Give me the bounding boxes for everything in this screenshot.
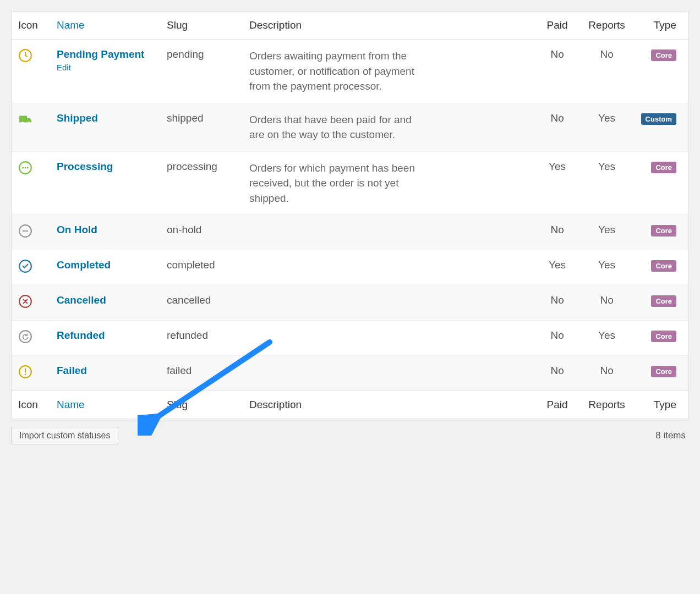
col-header-type: Type [635,12,688,40]
col-header-paid: Paid [535,12,579,40]
table-row: ShippedshippedOrders that have been paid… [12,103,688,151]
status-description: Orders awaiting payment from the custome… [243,40,535,103]
col-footer-name[interactable]: Name [50,391,160,419]
status-paid: No [535,103,579,151]
table-row: CancelledcancelledNoNoCore [12,285,688,321]
table-row: Pending PaymentEditpendingOrders awaitin… [12,40,688,103]
status-reports: Yes [579,321,635,356]
status-name-link[interactable]: Processing [57,161,113,172]
x-icon [12,285,50,321]
status-paid: Yes [535,250,579,285]
refund-icon [12,321,50,356]
status-name-cell: Processing [50,151,160,215]
clock-icon [12,40,50,103]
status-name-link[interactable]: Pending Payment [57,48,144,60]
table-row: On Holdon-holdNoYesCore [12,215,688,250]
table-footer-row: Icon Name Slug Description Paid Reports … [12,391,688,419]
col-header-description: Description [243,12,535,40]
status-name-cell: Cancelled [50,285,160,321]
svg-point-5 [22,167,24,168]
status-reports: Yes [579,250,635,285]
status-name-cell: Pending PaymentEdit [50,40,160,103]
table-row: FailedfailedNoNoCore [12,356,688,391]
status-type: Core [635,285,688,321]
status-description: Orders for which payment has been receiv… [243,151,535,215]
col-header-name[interactable]: Name [50,12,160,40]
svg-point-2 [21,122,23,124]
status-description [243,215,535,250]
status-slug: on-hold [160,215,243,250]
type-badge-core: Core [651,50,676,61]
status-table: Icon Name Slug Description Paid Reports … [12,12,688,419]
status-name-link[interactable]: Completed [57,259,111,271]
exclaim-icon [12,356,50,391]
status-name-link[interactable]: Failed [57,365,87,376]
status-name-cell: Failed [50,356,160,391]
status-table-container: Icon Name Slug Description Paid Reports … [11,11,689,419]
col-header-icon: Icon [12,12,50,40]
col-footer-type: Type [635,391,688,419]
status-reports: No [579,356,635,391]
status-slug: refunded [160,321,243,356]
status-name-cell: Completed [50,250,160,285]
col-header-reports: Reports [579,12,635,40]
status-type: Core [635,250,688,285]
edit-action[interactable]: Edit [57,63,154,72]
tablenav-bottom: Import custom statuses 8 items [11,419,689,444]
table-row: ProcessingprocessingOrders for which pay… [12,151,688,215]
status-paid: No [535,40,579,103]
table-header-row: Icon Name Slug Description Paid Reports … [12,12,688,40]
svg-rect-1 [19,116,27,122]
status-type: Core [635,321,688,356]
type-badge-core: Core [651,260,676,272]
svg-point-12 [19,331,31,343]
col-footer-icon: Icon [12,391,50,419]
items-count: 8 items [655,430,686,441]
status-reports: No [579,40,635,103]
svg-point-15 [25,374,26,376]
check-icon [12,250,50,285]
status-slug: completed [160,250,243,285]
status-name-link[interactable]: Shipped [57,112,98,124]
type-badge-core: Core [651,331,676,342]
status-slug: failed [160,356,243,391]
status-slug: shipped [160,103,243,151]
svg-point-7 [27,167,29,168]
type-badge-core: Core [651,162,676,173]
minus-icon [12,215,50,250]
status-paid: No [535,356,579,391]
status-description [243,285,535,321]
status-type: Custom [635,103,688,151]
table-row: RefundedrefundedNoYesCore [12,321,688,356]
status-description: Orders that have been paid for and are o… [243,103,535,151]
status-description [243,250,535,285]
status-type: Core [635,40,688,103]
status-reports: Yes [579,103,635,151]
status-description [243,321,535,356]
status-description [243,356,535,391]
truck-icon [12,103,50,151]
status-name-link[interactable]: Cancelled [57,294,106,306]
status-slug: cancelled [160,285,243,321]
status-type: Core [635,356,688,391]
col-footer-description: Description [243,391,535,419]
col-footer-paid: Paid [535,391,579,419]
status-name-link[interactable]: Refunded [57,329,105,341]
status-paid: No [535,321,579,356]
status-slug: pending [160,40,243,103]
type-badge-core: Core [651,225,676,237]
status-name-cell: Shipped [50,103,160,151]
status-name-cell: On Hold [50,215,160,250]
status-name-link[interactable]: On Hold [57,224,97,235]
col-footer-reports: Reports [579,391,635,419]
col-header-slug: Slug [160,12,243,40]
status-reports: Yes [579,215,635,250]
status-paid: Yes [535,151,579,215]
status-slug: processing [160,151,243,215]
table-row: CompletedcompletedYesYesCore [12,250,688,285]
status-type: Core [635,151,688,215]
svg-point-6 [25,167,26,168]
import-custom-statuses-button[interactable]: Import custom statuses [11,427,118,444]
type-badge-core: Core [651,366,676,377]
type-badge-custom: Custom [641,113,676,125]
